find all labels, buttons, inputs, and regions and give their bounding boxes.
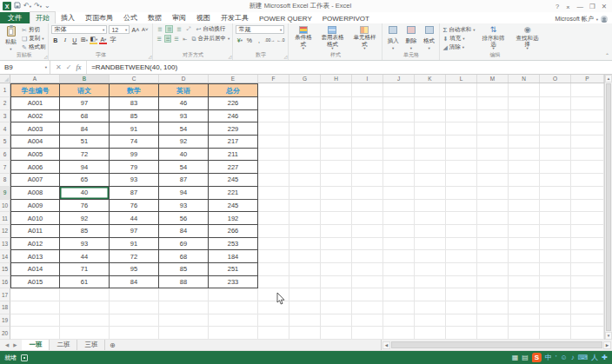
column-header-O[interactable]: O bbox=[540, 75, 571, 83]
cell-B8[interactable]: 65 bbox=[60, 174, 110, 187]
cell-C19[interactable] bbox=[110, 314, 159, 328]
cell-F18[interactable] bbox=[258, 301, 289, 314]
column-header-K[interactable]: K bbox=[415, 75, 446, 83]
cell-G4[interactable] bbox=[289, 122, 321, 136]
row-header-20[interactable]: 20 bbox=[0, 327, 10, 340]
cell-O16[interactable] bbox=[540, 276, 571, 289]
row-header-2[interactable]: 2 bbox=[0, 97, 10, 110]
dialog-launcher-icon[interactable]: ◿ bbox=[284, 54, 288, 59]
cell-E10[interactable]: 245 bbox=[209, 200, 258, 213]
cell-J10[interactable] bbox=[383, 200, 415, 213]
cell-M7[interactable] bbox=[477, 161, 509, 174]
cell-B20[interactable] bbox=[60, 327, 110, 340]
cell-J18[interactable] bbox=[383, 301, 415, 314]
row-header-16[interactable]: 16 bbox=[0, 276, 10, 289]
tab-formulas[interactable]: 公式 bbox=[118, 12, 143, 23]
cell-B4[interactable]: 84 bbox=[60, 122, 110, 136]
cell-H12[interactable] bbox=[321, 225, 352, 238]
cell-D7[interactable]: 54 bbox=[159, 161, 209, 174]
cell-J16[interactable] bbox=[383, 276, 415, 289]
cell-K18[interactable] bbox=[415, 301, 446, 314]
cell-A8[interactable]: A007 bbox=[10, 174, 60, 187]
cell-L12[interactable] bbox=[446, 225, 477, 238]
cell-F11[interactable] bbox=[258, 212, 289, 225]
close-button[interactable]: ✕ bbox=[602, 3, 607, 10]
row-header-1[interactable]: 1 bbox=[0, 83, 10, 97]
row-header-18[interactable]: 18 bbox=[0, 301, 10, 314]
next-sheet-icon[interactable]: ▶ bbox=[13, 342, 17, 347]
cell-J20[interactable] bbox=[383, 327, 415, 340]
cell-K14[interactable] bbox=[415, 250, 446, 263]
cell-P12[interactable] bbox=[571, 225, 604, 238]
cell-E14[interactable]: 184 bbox=[209, 250, 258, 263]
account-menu[interactable]: Microsoft 帐户 ▾ bbox=[555, 15, 612, 23]
cell-B14[interactable]: 44 bbox=[60, 250, 110, 263]
cell-I16[interactable] bbox=[352, 276, 383, 289]
cell-E8[interactable]: 245 bbox=[209, 174, 258, 187]
cell-P20[interactable] bbox=[571, 327, 604, 340]
cell-I17[interactable] bbox=[352, 288, 383, 301]
cell-M16[interactable] bbox=[477, 276, 509, 289]
cell-L14[interactable] bbox=[446, 250, 477, 263]
horizontal-scrollbar[interactable]: ◀ ▶ bbox=[381, 340, 612, 350]
wrap-text-button[interactable]: ↩自动换行 bbox=[196, 25, 225, 33]
cell-N17[interactable] bbox=[509, 288, 540, 301]
cell-M11[interactable] bbox=[477, 212, 509, 225]
cell-N16[interactable] bbox=[509, 276, 540, 289]
bold-button[interactable]: B bbox=[51, 36, 59, 44]
cell-C10[interactable]: 76 bbox=[110, 200, 159, 213]
cell-K5[interactable] bbox=[415, 136, 446, 149]
prev-sheet-icon[interactable]: ◀ bbox=[5, 342, 9, 347]
cell-D13[interactable]: 69 bbox=[159, 238, 209, 251]
cell-L18[interactable] bbox=[446, 301, 477, 314]
scroll-right-icon[interactable]: ▶ bbox=[603, 341, 611, 349]
cell-F13[interactable] bbox=[258, 238, 289, 251]
tab-developer[interactable]: 开发工具 bbox=[216, 12, 254, 23]
find-select-button[interactable]: ◉ 查找和选择 ▾ bbox=[512, 25, 543, 52]
paste-button[interactable]: 粘贴 ▾ bbox=[3, 25, 19, 52]
cell-B13[interactable]: 93 bbox=[60, 238, 110, 251]
cell-D9[interactable]: 94 bbox=[159, 187, 209, 200]
tab-insert[interactable]: 插入 bbox=[56, 12, 80, 23]
cell-G12[interactable] bbox=[289, 225, 321, 238]
align-left-icon[interactable]: ☰ bbox=[156, 35, 163, 43]
cell-C6[interactable]: 99 bbox=[110, 149, 159, 162]
cell-K1[interactable] bbox=[415, 83, 446, 97]
lang-mode-icon[interactable]: 中 bbox=[545, 354, 552, 361]
cell-O10[interactable] bbox=[540, 200, 571, 213]
cell-J17[interactable] bbox=[383, 288, 415, 301]
cell-J13[interactable] bbox=[383, 238, 415, 251]
tab-data[interactable]: 数据 bbox=[143, 12, 167, 23]
cell-C13[interactable]: 91 bbox=[110, 238, 159, 251]
insert-function-icon[interactable]: fx bbox=[76, 63, 81, 71]
help-button[interactable]: ? bbox=[555, 3, 559, 10]
cell-M1[interactable] bbox=[477, 83, 509, 97]
increase-decimal-button[interactable]: .00→ bbox=[264, 36, 275, 44]
cell-G11[interactable] bbox=[289, 212, 321, 225]
merge-center-button[interactable]: ⧉合并后居中▾ bbox=[192, 35, 230, 43]
formula-input[interactable]: =RANDBETWEEN(40, 100) bbox=[87, 61, 612, 74]
customize-qat-button[interactable]: ⌄ bbox=[44, 2, 50, 10]
cell-O11[interactable] bbox=[540, 212, 571, 225]
punctuation-icon[interactable]: ’ bbox=[555, 354, 557, 361]
cell-D16[interactable]: 88 bbox=[159, 276, 209, 289]
view-page-layout-icon[interactable]: ▤ bbox=[522, 354, 529, 361]
cell-A13[interactable]: A012 bbox=[10, 238, 60, 251]
phonetic-guide-button[interactable]: 字 bbox=[109, 36, 116, 44]
cell-E5[interactable]: 217 bbox=[209, 136, 258, 149]
cell-A6[interactable]: A005 bbox=[10, 149, 60, 162]
cell-P18[interactable] bbox=[571, 301, 604, 314]
format-as-table-button[interactable]: 套用表格格式 ▾ bbox=[317, 25, 347, 52]
cell-P9[interactable] bbox=[571, 187, 604, 200]
row-header-15[interactable]: 15 bbox=[0, 263, 10, 276]
cell-D11[interactable]: 56 bbox=[159, 212, 209, 225]
cell-N7[interactable] bbox=[509, 161, 540, 174]
cell-D5[interactable]: 92 bbox=[159, 136, 209, 149]
decrease-decimal-button[interactable]: ←.0 bbox=[276, 36, 284, 44]
new-sheet-button[interactable]: ⊕ bbox=[105, 340, 119, 350]
cell-A10[interactable]: A009 bbox=[10, 200, 60, 213]
cell-H6[interactable] bbox=[321, 149, 352, 162]
cell-L15[interactable] bbox=[446, 263, 477, 276]
cell-C9[interactable]: 87 bbox=[110, 187, 159, 200]
cell-C12[interactable]: 97 bbox=[110, 225, 159, 238]
